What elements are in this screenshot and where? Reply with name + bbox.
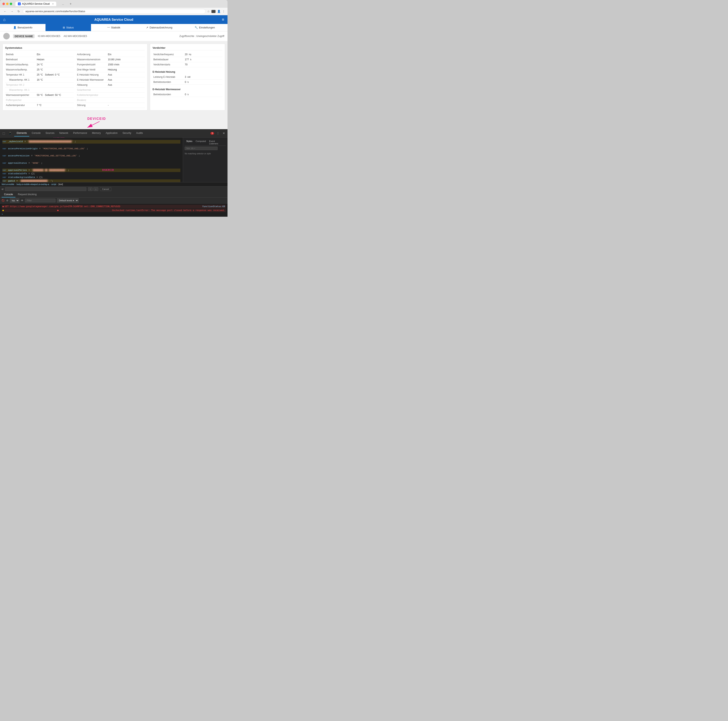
devtools-close-icon[interactable]: ✕ [222,131,226,135]
tab-einstellungen[interactable]: 🔧 Einstellungen [182,24,228,31]
status-icon: ⊞ [63,26,65,29]
table-row: Temperatur HK 1 25 °C Sollwert: 0 °C [5,72,74,77]
code-identifier: accessPermissionOrigin [8,147,38,151]
devtools-tabs: Elements Console Sources Network Perform… [12,130,210,136]
console-level-select[interactable]: Default levels ▾ [57,199,79,203]
breadcrumb-separator: › [50,183,50,185]
table-row: Betriebsstunden 0 h [153,79,222,85]
devtools-inspect-icon[interactable]: ⬚ [2,131,6,135]
breadcrumb-body[interactable]: body.ui-mobile-viewport.ui-overlay-a [17,183,49,185]
console-error-2: ● ● Unchecked runtime.lastError: The mes… [2,209,226,212]
inactive-tab-label: ... [62,2,64,5]
maximize-button[interactable] [10,3,12,5]
row-label: Anforderung [76,52,107,57]
einstellungen-icon: 🔧 [194,26,198,29]
app-header: ⌂ AQUAREA Service Cloud ≡ [0,15,228,24]
devtools-header-left: ⬚ 📱 [2,131,12,135]
console-tab-console[interactable]: Console [2,192,15,197]
address-input[interactable] [23,9,206,14]
styles-tab-styles[interactable]: Styles [185,139,194,146]
console-clear-icon[interactable]: 🚫 [2,199,5,202]
breadcrumb-bar: html.ui-mobile › body.ui-mobile-viewport… [0,182,228,186]
devtools-source: USERID var _myDeviceId = "██████████████… [0,137,183,182]
devtools-tab-audits[interactable]: Audits [134,130,145,136]
extension-icon[interactable]: ⬛ [211,10,216,13]
find-bar: id ↑ ↓ Cancel [0,186,228,192]
row-label: Kollektortemperatur [76,93,107,98]
row-value: 0 h [184,79,222,85]
home-icon[interactable]: ⌂ [3,17,6,22]
breadcrumb-script[interactable]: script [51,183,56,185]
console-error-location-1[interactable]: functionStatus:69 [202,205,225,208]
devtools-tab-performance[interactable]: Performance [71,130,90,136]
benutzerinfo-label: Benutzerinfo [18,26,32,29]
devtools-tab-security[interactable]: Security [120,130,134,136]
code-punct: ; [41,162,43,165]
bookmark-icon[interactable]: ☆ [207,10,210,13]
svg-line-1 [87,121,99,128]
find-input[interactable] [5,187,86,191]
tab-status[interactable]: ⊞ Status [46,24,91,31]
refresh-button[interactable]: ↻ [16,9,21,14]
minimize-button[interactable] [6,3,9,5]
active-tab[interactable]: A AQUAREA Service Cloud ✕ [15,2,56,6]
breadcrumb-separator: › [57,183,58,185]
devtools-tab-console[interactable]: Console [29,130,43,136]
devtools-tab-sources[interactable]: Sources [43,130,57,136]
devtools-tab-network[interactable]: Network [57,130,71,136]
code-line-3: var accessPermissionOrigin = 'MONITORING… [2,147,180,151]
devtools-tab-elements[interactable]: Elements [14,130,29,136]
menu-icon[interactable]: ≡ [222,17,224,22]
account-icon[interactable]: 👤 [217,10,220,13]
close-button[interactable] [2,3,5,5]
devtools-more-icon[interactable]: ⋮ [216,131,220,135]
console-filter-icon[interactable]: ⊘ [6,199,8,202]
device-ag: AG:WH-MDC05H3E5 [64,35,87,38]
more-icon[interactable]: ⋮ [222,10,225,13]
console-context-select[interactable]: top [10,199,19,203]
devtools-tab-application[interactable]: Application [103,130,120,136]
main-area: Systemstatus Betrieb Ein Betriebsart Hei… [0,41,228,129]
find-nav: ↑ ↓ [88,187,98,191]
code-punct: = [28,168,30,172]
console-output: ● GET https://www.googletagmanager.com/g… [0,203,228,217]
tab-benutzerinfo[interactable]: 👤 Benutzerinfo [0,24,46,31]
breadcrumb-html[interactable]: html.ui-mobile [2,183,14,185]
styles-filter-input[interactable] [185,147,217,150]
traffic-lights [2,3,12,5]
code-keyword: var [2,179,6,182]
devtools-device-icon[interactable]: 📱 [8,131,12,135]
eheizstab-heizung-section: E-Heizstab Heizung Leistung E-Heizstab 3… [153,70,222,85]
eheizstab-warmwasser-table: Betriebsstunden 0 h [153,92,222,97]
console-prompt[interactable]: > [2,213,226,215]
console-filter-input[interactable] [25,199,55,202]
find-cancel-button[interactable]: Cancel [100,187,111,191]
system-status-panel: Systemstatus Betrieb Ein Betriebsart Hei… [2,44,147,110]
row-value: 24 °C [36,62,74,67]
inactive-tab[interactable]: ... [60,2,66,6]
find-up-button[interactable]: ↑ [88,187,93,191]
breadcrumb-text[interactable]: [text] [58,183,63,185]
table-row: Betriebsdauer 177 h [153,57,222,62]
browser-toolbar-icons: ☆ ⬛ 👤 ⋮ [207,10,225,13]
forward-button[interactable]: → [9,9,15,14]
new-tab-button[interactable]: + [68,2,73,6]
back-button[interactable]: ← [2,9,8,14]
tab-datenaufzeichnung[interactable]: ↗ Datenaufzeichnung [136,24,182,31]
code-punct: = {}; [37,176,43,179]
console-show-icon[interactable]: 👁 [21,199,23,202]
table-row: E-Heizstab Heizung Aus [76,72,145,77]
row-value: Heizen [36,57,74,62]
tab-statistik[interactable]: 〰 Statistik [91,24,136,31]
console-tab-request-blocking[interactable]: Request blocking [15,192,39,197]
code-line-9: var approvalPerios = "████████ ██ ██████… [2,168,180,172]
datenaufzeichnung-icon: ↗ [146,26,148,29]
status-left-table: Betrieb Ein Betriebsart Heizen Wasserrüc… [5,52,74,108]
code-keyword: var [2,140,6,144]
styles-tab-computed[interactable]: Computed [194,139,208,146]
styles-tab-event-listeners[interactable]: Event Listeners [208,139,226,146]
row-value [107,93,145,98]
devtools-tab-memory[interactable]: Memory [90,130,103,136]
tab-close-icon[interactable]: ✕ [52,3,54,5]
find-down-button[interactable]: ↓ [93,187,98,191]
